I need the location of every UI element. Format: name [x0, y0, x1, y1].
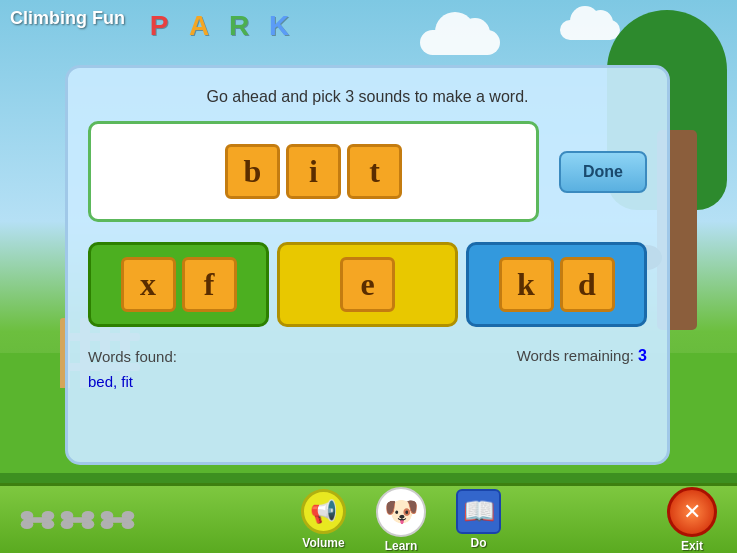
- book-icon: 📖: [456, 489, 501, 534]
- sound-group-green[interactable]: x f: [88, 242, 269, 327]
- sound-tiles-area: x f e k d: [88, 242, 647, 327]
- words-stats: Words found: Words remaining: 3: [88, 347, 647, 365]
- logo-r: R: [220, 5, 258, 47]
- sound-group-blue[interactable]: k d: [466, 242, 647, 327]
- word-display-area: b i t Done: [88, 121, 647, 222]
- bone-1: [20, 509, 55, 531]
- words-found-list: bed, fit: [88, 373, 647, 390]
- learn-button[interactable]: 🐶 Learn: [376, 487, 426, 553]
- logo-k: K: [260, 5, 298, 47]
- exit-button[interactable]: ✕ Exit: [667, 487, 717, 553]
- words-remaining-label: Words remaining: 3: [517, 347, 647, 365]
- done-button[interactable]: Done: [559, 151, 647, 193]
- logo-a: A: [180, 5, 218, 47]
- instruction-text: Go ahead and pick 3 sounds to make a wor…: [88, 88, 647, 106]
- game-title: Climbing Fun: [10, 8, 125, 29]
- game-panel: Go ahead and pick 3 sounds to make a wor…: [65, 65, 670, 465]
- volume-label: Volume: [302, 536, 344, 550]
- sound-tile-k[interactable]: k: [499, 257, 554, 312]
- svg-rect-9: [67, 517, 88, 523]
- logo-p: P: [140, 5, 178, 47]
- logo-area: P A R K: [140, 5, 298, 47]
- exit-icon: ✕: [667, 487, 717, 537]
- bones-area: [20, 509, 135, 531]
- sound-group-yellow[interactable]: e: [277, 242, 458, 327]
- word-letter-i: i: [286, 144, 341, 199]
- word-letter-b: b: [225, 144, 280, 199]
- sound-tile-e[interactable]: e: [340, 257, 395, 312]
- cloud-1: [420, 30, 500, 55]
- sound-tile-d[interactable]: d: [560, 257, 615, 312]
- dog-icon: 🐶: [376, 487, 426, 537]
- speaker-icon: 📢: [301, 489, 346, 534]
- toolbar: 📢 Volume 🐶 Learn 📖 Do ✕ Exit: [0, 483, 737, 553]
- sound-tile-x[interactable]: x: [121, 257, 176, 312]
- do-label: Do: [471, 536, 487, 550]
- svg-rect-14: [107, 517, 128, 523]
- words-remaining-count: 3: [638, 347, 647, 364]
- bone-3: [100, 509, 135, 531]
- learn-label: Learn: [385, 539, 418, 553]
- word-box: b i t: [88, 121, 539, 222]
- word-letter-t: t: [347, 144, 402, 199]
- exit-label: Exit: [681, 539, 703, 553]
- sound-tile-f[interactable]: f: [182, 257, 237, 312]
- do-button[interactable]: 📖 Do: [456, 489, 501, 550]
- bone-2: [60, 509, 95, 531]
- words-found-label: Words found:: [88, 348, 177, 365]
- toolbar-center: 📢 Volume 🐶 Learn 📖 Do: [301, 487, 501, 553]
- volume-button[interactable]: 📢 Volume: [301, 489, 346, 550]
- svg-rect-4: [27, 517, 48, 523]
